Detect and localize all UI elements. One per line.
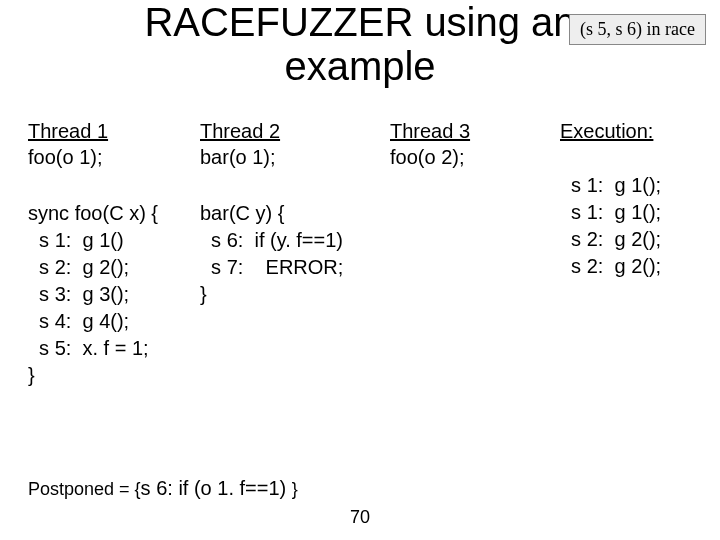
thread3-column: Thread 3 foo(o 2); xyxy=(390,118,530,170)
execution-code-block: s 1: g 1(); s 1: g 1(); s 2: g 2(); s 2:… xyxy=(560,172,661,280)
thread1-header: Thread 1 xyxy=(28,118,198,144)
postponed-label: Postponed = { xyxy=(28,479,141,499)
title-line-2: example xyxy=(284,44,435,88)
thread1-column: Thread 1 foo(o 1); xyxy=(28,118,198,170)
thread3-call: foo(o 2); xyxy=(390,144,530,170)
postponed-set: Postponed = {s 6: if (o 1. f==1) } xyxy=(28,477,298,500)
thread3-header: Thread 3 xyxy=(390,118,530,144)
thread2-call: bar(o 1); xyxy=(200,144,370,170)
postponed-close: } xyxy=(292,479,298,499)
bar-code-block: bar(C y) { s 6: if (y. f==1) s 7: ERROR;… xyxy=(200,200,343,308)
page-number: 70 xyxy=(0,507,720,528)
thread2-column: Thread 2 bar(o 1); xyxy=(200,118,370,170)
postponed-body: s 6: if (o 1. f==1) xyxy=(141,477,292,499)
execution-header: Execution: xyxy=(560,118,710,144)
execution-column: Execution: xyxy=(560,118,710,144)
race-badge: (s 5, s 6) in race xyxy=(569,14,706,45)
thread1-call: foo(o 1); xyxy=(28,144,198,170)
title-line-1: RACEFUZZER using an xyxy=(144,0,575,44)
slide: RACEFUZZER using an example (s 5, s 6) i… xyxy=(0,0,720,540)
foo-code-block: sync foo(C x) { s 1: g 1() s 2: g 2(); s… xyxy=(28,200,158,389)
thread2-header: Thread 2 xyxy=(200,118,370,144)
